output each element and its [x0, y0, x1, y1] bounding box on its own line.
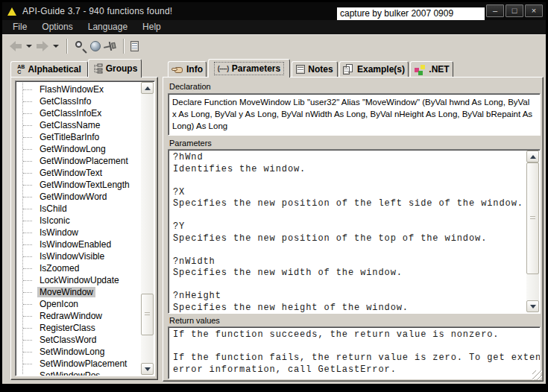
list-item[interactable]: LockWindowUpdate	[23, 274, 132, 286]
back-button[interactable]	[8, 37, 23, 55]
document-icon	[130, 41, 139, 51]
info-hand-icon	[171, 65, 183, 75]
list-item[interactable]: RedrawWindow	[23, 310, 132, 322]
web-button[interactable]	[89, 37, 102, 55]
list-item[interactable]: IsZoomed	[23, 262, 132, 274]
client-area: ABC Alphabetical Groups FlashWindowExGet…	[2, 57, 546, 384]
list-item[interactable]: IsWindowVisible	[23, 250, 132, 262]
list-item-label: SetWindowPos	[37, 370, 102, 376]
list-item-label: GetWindowLong	[37, 144, 108, 154]
list-item[interactable]: GetWindowText	[23, 167, 132, 179]
tree-connector	[23, 340, 32, 341]
notes-icon	[296, 65, 305, 74]
scroll-up-button[interactable]	[526, 151, 539, 162]
back-dropdown-icon[interactable]	[26, 45, 32, 48]
search-button[interactable]	[72, 37, 89, 55]
menu-item-language[interactable]: Language	[81, 20, 135, 34]
tab-examples[interactable]: Example(s)	[339, 61, 409, 77]
list-item[interactable]: GetWindowWord	[23, 191, 132, 203]
forward-button[interactable]	[35, 37, 50, 55]
tree-connector	[23, 137, 32, 138]
triangle-down-icon	[145, 367, 151, 371]
tree-connector	[23, 352, 32, 353]
tree-connector	[23, 316, 32, 317]
scrollbar-track[interactable]	[141, 94, 154, 363]
parameters-scrollbar[interactable]	[526, 151, 539, 312]
app-window: API-Guide 3.7 - 940 functions found! cap…	[0, 0, 548, 392]
function-listbox[interactable]: FlashWindowExGetClassInfoGetClassInfoExG…	[15, 80, 155, 376]
menu-item-file[interactable]: File	[5, 20, 34, 34]
list-item[interactable]: SetWindowPos	[23, 370, 132, 376]
declaration-box[interactable]: Declare Function MoveWindow Lib "user32"…	[168, 93, 541, 136]
return-values-box[interactable]: If the function succeeds, the return val…	[168, 326, 541, 379]
list-item[interactable]: IsWindowEnabled	[23, 238, 132, 250]
pin-button[interactable]	[102, 37, 119, 55]
scroll-down-button[interactable]	[526, 300, 539, 312]
parameters-page: Declaration Declare Function MoveWindow …	[163, 77, 544, 382]
new-page-button[interactable]	[129, 37, 140, 55]
app-icon	[7, 7, 16, 16]
parameters-box[interactable]: ?hWnd Identifies the window. ?X Specifie…	[168, 149, 541, 314]
tab-info[interactable]: Info	[168, 61, 207, 77]
tree-connector	[23, 185, 32, 186]
list-item-label: IsWindow	[37, 227, 81, 238]
tree-connector	[23, 292, 32, 293]
window-title: API-Guide 3.7 - 940 functions found!	[22, 6, 172, 16]
tab-parameters[interactable]: (----) Parameters	[208, 59, 290, 78]
scrollbar-thumb[interactable]	[526, 162, 539, 274]
list-item[interactable]: GetClassInfo	[23, 95, 132, 107]
menu-item-help[interactable]: Help	[135, 20, 169, 34]
scrollbar-track[interactable]	[526, 162, 539, 300]
list-item[interactable]: IsIconic	[23, 215, 132, 227]
tree-connector	[23, 233, 32, 233]
scroll-down-button[interactable]	[141, 363, 154, 375]
function-list-panel: FlashWindowExGetClassInfoGetClassInfoExG…	[10, 77, 158, 380]
tab-groups[interactable]: Groups	[88, 59, 142, 78]
list-item[interactable]: GetClassName	[23, 119, 132, 131]
tab-label: Info	[186, 64, 203, 75]
list-item[interactable]: SetClassWord	[23, 334, 132, 346]
tab-label: Alphabetical	[28, 64, 81, 75]
tree-connector	[23, 161, 32, 162]
scrollbar-thumb[interactable]	[141, 294, 154, 335]
tree-connector	[23, 268, 32, 269]
forward-dropdown-icon[interactable]	[53, 45, 59, 48]
return-values-text: If the function succeeds, the return val…	[169, 327, 540, 378]
list-item[interactable]: GetWindowPlacement	[23, 155, 132, 167]
parameters-text: ?hWnd Identifies the window. ?X Specifie…	[169, 150, 540, 314]
list-item[interactable]: SetWindowLong	[23, 346, 132, 358]
tree-connector	[23, 280, 32, 281]
resize-grip[interactable]	[532, 370, 542, 380]
tab-dotnet[interactable]: .NET	[410, 61, 453, 77]
list-item[interactable]: IsWindow	[23, 227, 132, 238]
declaration-label: Declaration	[169, 82, 211, 91]
list-item[interactable]: RegisterClass	[23, 322, 132, 334]
list-item[interactable]: IsChild	[23, 203, 132, 215]
list-item-label: FlashWindowEx	[37, 84, 106, 95]
menu-item-options[interactable]: Options	[34, 20, 80, 34]
list-item[interactable]: MoveWindow	[23, 286, 132, 298]
alphabetical-icon: ABC	[17, 64, 25, 75]
list-scrollbar[interactable]	[141, 82, 154, 375]
tab-label: Groups	[106, 63, 138, 74]
triangle-down-icon	[530, 305, 536, 309]
close-button[interactable]: ×	[525, 4, 543, 17]
tree-connector	[23, 149, 32, 150]
list-item[interactable]: GetWindowTextLength	[23, 179, 132, 191]
minimize-button[interactable]: –	[486, 4, 504, 17]
tab-notes[interactable]: Notes	[292, 61, 338, 77]
list-item[interactable]: GetClassInfoEx	[23, 107, 132, 119]
scroll-up-button[interactable]	[141, 82, 154, 94]
title-bar: API-Guide 3.7 - 940 functions found! cap…	[2, 2, 546, 20]
tab-alphabetical[interactable]: ABC Alphabetical	[10, 61, 88, 77]
list-item[interactable]: GetWindowLong	[23, 143, 132, 155]
function-list: FlashWindowExGetClassInfoGetClassInfoExG…	[22, 83, 132, 374]
maximize-button[interactable]: □	[506, 4, 523, 17]
tab-focus-rect: (----) Parameters	[214, 62, 284, 75]
list-item-label: RegisterClass	[37, 323, 98, 333]
list-item[interactable]: SetWindowPlacement	[23, 358, 132, 370]
list-item[interactable]: OpenIcon	[23, 298, 132, 310]
list-item-label: IsWindowEnabled	[37, 239, 113, 250]
list-item[interactable]: GetTitleBarInfo	[23, 131, 132, 143]
list-item[interactable]: FlashWindowEx	[23, 83, 132, 95]
